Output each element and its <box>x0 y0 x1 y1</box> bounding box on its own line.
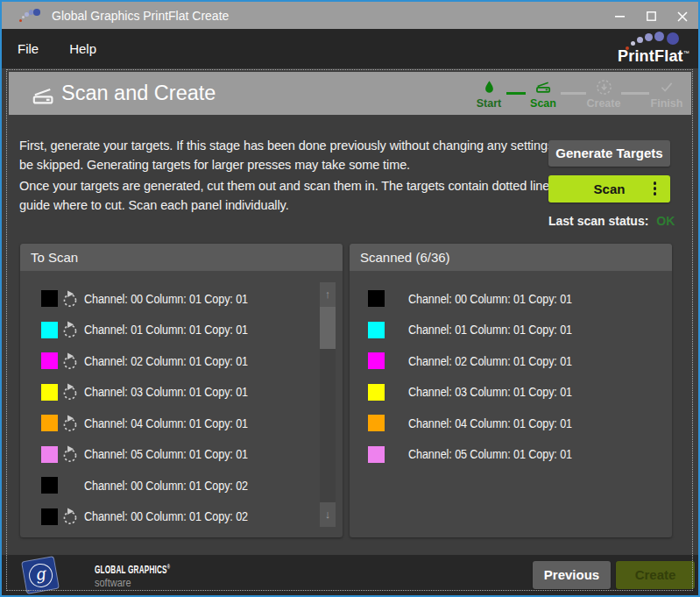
window-title: Global Graphics PrintFlat Create <box>52 9 229 23</box>
to-scan-header: To Scan <box>20 244 343 271</box>
scan-target-label: Channel: 00 Column: 01 Copy: 02 <box>84 479 248 493</box>
scroll-up-icon[interactable]: ↑ <box>320 282 336 307</box>
channel-color-swatch <box>41 352 58 369</box>
scanned-target-label: Channel: 04 Column: 01 Copy: 01 <box>408 416 572 430</box>
channel-color-swatch <box>41 446 58 463</box>
scanned-header: Scanned (6/36) <box>350 244 672 271</box>
to-scan-row[interactable]: Channel: 00 Column: 01 Copy: 02 <box>20 501 343 533</box>
main-area: Scan and Create Start <box>2 68 698 595</box>
scan-menu-kebab-icon[interactable] <box>654 181 657 195</box>
channel-color-swatch <box>368 384 385 401</box>
create-button[interactable]: Create <box>616 561 695 589</box>
pending-scan-icon <box>61 508 79 525</box>
scanned-row[interactable]: Channel: 01 Column: 01 Copy: 01 <box>350 315 672 346</box>
droplet-icon <box>483 80 496 95</box>
scanned-target-label: Channel: 01 Column: 01 Copy: 01 <box>408 323 572 337</box>
instruction-paragraph-1: First, generate your targets. If this st… <box>19 136 541 155</box>
last-scan-status: Last scan status: OK <box>548 214 670 228</box>
channel-color-swatch <box>41 384 58 401</box>
minimize-button[interactable] <box>604 2 635 29</box>
to-scan-row[interactable]: Channel: 00 Column: 01 Copy: 01 <box>20 283 343 315</box>
scanned-row[interactable]: Channel: 04 Column: 01 Copy: 01 <box>350 408 672 439</box>
step-finish: Finish <box>649 79 684 109</box>
channel-color-swatch <box>368 446 385 463</box>
previous-button[interactable]: Previous <box>533 561 611 589</box>
to-scan-row[interactable]: Channel: 01 Column: 01 Copy: 01 <box>20 315 343 346</box>
global-graphics-wordmark: GLOBAL GRAPHICS® software <box>95 561 215 588</box>
step-start: Start <box>471 79 506 109</box>
page-title: Scan and Create <box>61 82 216 105</box>
scan-target-label: Channel: 04 Column: 01 Copy: 01 <box>84 416 248 430</box>
scanned-target-label: Channel: 02 Column: 01 Copy: 01 <box>408 354 572 368</box>
generate-targets-button[interactable]: Generate Targets <box>548 140 670 167</box>
scan-target-label: Channel: 02 Column: 01 Copy: 01 <box>84 354 248 368</box>
status-ok-value: OK <box>656 214 675 228</box>
scan-step-icon <box>534 79 552 95</box>
instruction-paragraph-2: Once your targets are generated, cut the… <box>19 176 541 195</box>
pending-scan-icon <box>61 352 79 370</box>
scan-target-label: Channel: 05 Column: 01 Copy: 01 <box>84 447 248 461</box>
scanner-icon <box>32 84 54 107</box>
close-button[interactable] <box>667 2 698 29</box>
to-scan-list: Channel: 00 Column: 01 Copy: 01 <box>20 271 343 532</box>
menu-bar: File Help PrintFlat™ <box>2 29 698 68</box>
channel-color-swatch <box>41 290 58 307</box>
scrollbar-thumb[interactable] <box>320 307 336 349</box>
pending-scan-icon <box>61 321 79 338</box>
menu-help[interactable]: Help <box>69 41 96 56</box>
channel-color-swatch <box>41 477 58 494</box>
pending-scan-icon <box>61 415 79 432</box>
menu-file[interactable]: File <box>18 41 39 56</box>
to-scan-row[interactable]: Channel: 05 Column: 01 Copy: 01 <box>20 439 343 471</box>
printflat-logo: PrintFlat™ <box>613 32 690 67</box>
to-scan-row[interactable]: Channel: 02 Column: 01 Copy: 01 <box>20 345 343 377</box>
pending-scan-icon <box>61 290 79 308</box>
app-icon <box>19 8 40 24</box>
maximize-button[interactable] <box>635 2 667 29</box>
channel-color-swatch <box>41 415 58 431</box>
footer-bar: g ™ GLOBAL GRAPHICS® software Previous C… <box>2 555 698 595</box>
title-bar: Global Graphics PrintFlat Create <box>2 2 698 29</box>
wizard-stepper: Start Scan <box>471 72 684 115</box>
to-scan-row[interactable]: Channel: 00 Column: 01 Copy: 02 <box>20 470 343 501</box>
pending-scan-icon <box>61 445 79 463</box>
scan-button[interactable]: Scan <box>548 175 670 203</box>
channel-color-swatch <box>41 508 58 525</box>
channel-color-swatch <box>368 415 385 431</box>
scrollbar[interactable]: ↑ ↓ <box>320 282 336 527</box>
scan-target-label: Channel: 00 Column: 01 Copy: 02 <box>84 509 248 523</box>
scan-target-label: Channel: 03 Column: 01 Copy: 01 <box>84 385 248 399</box>
step-scan: Scan <box>526 79 561 109</box>
app-window: Global Graphics PrintFlat Create File He… <box>0 0 700 597</box>
scanned-target-label: Channel: 00 Column: 01 Copy: 01 <box>408 292 572 306</box>
instructions: First, generate your targets. If this st… <box>19 136 541 228</box>
channel-color-swatch <box>41 322 58 338</box>
scanned-panel: Scanned (6/36) Channel: 00 Column: 01 Co… <box>350 244 672 537</box>
scroll-down-icon[interactable]: ↓ <box>320 502 336 527</box>
to-scan-row[interactable]: Channel: 04 Column: 01 Copy: 01 <box>20 408 343 439</box>
scan-target-label: Channel: 00 Column: 01 Copy: 01 <box>84 292 248 306</box>
step-create: Create <box>586 79 621 109</box>
scanned-target-label: Channel: 03 Column: 01 Copy: 01 <box>408 385 572 399</box>
gg-trademark: ™ <box>25 589 30 594</box>
channel-color-swatch <box>368 352 385 369</box>
scanned-target-label: Channel: 05 Column: 01 Copy: 01 <box>408 447 572 461</box>
create-step-icon <box>596 79 612 96</box>
page-header: Scan and Create Start <box>9 72 691 115</box>
scanned-row[interactable]: Channel: 00 Column: 01 Copy: 01 <box>350 283 672 315</box>
to-scan-row[interactable]: Channel: 03 Column: 01 Copy: 01 <box>20 377 343 409</box>
scanned-row[interactable]: Channel: 05 Column: 01 Copy: 01 <box>350 439 672 471</box>
scanned-row[interactable]: Channel: 02 Column: 01 Copy: 01 <box>350 345 672 377</box>
to-scan-panel: To Scan Channel: 0 <box>20 244 343 537</box>
scanned-row[interactable]: Channel: 03 Column: 01 Copy: 01 <box>350 377 672 409</box>
scan-target-label: Channel: 01 Column: 01 Copy: 01 <box>84 323 248 337</box>
channel-color-swatch <box>368 290 385 307</box>
pending-scan-icon <box>61 383 79 401</box>
finish-check-icon <box>658 79 675 95</box>
scanned-list: Channel: 00 Column: 01 Copy: 01 Channel:… <box>350 271 672 470</box>
channel-color-swatch <box>368 322 385 338</box>
